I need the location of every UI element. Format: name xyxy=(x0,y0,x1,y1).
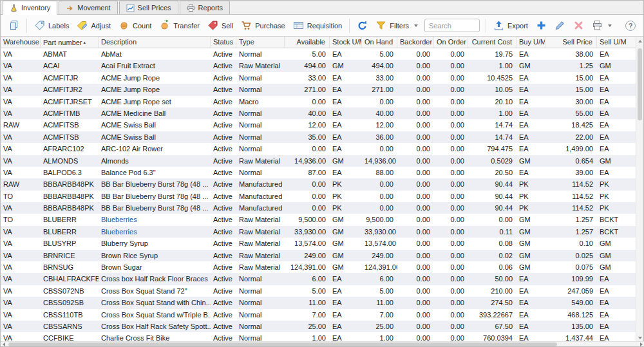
cell-description[interactable]: BB Bar Blueberry Burst 78g (48 ... xyxy=(99,191,211,202)
cell-status[interactable]: Active xyxy=(211,202,236,214)
cell-on_hand[interactable]: 40.00 xyxy=(362,108,397,119)
cell-description[interactable]: ACME Jump Rope xyxy=(99,72,211,84)
table-row[interactable]: VAALMONDSAlmondsActiveRaw Material14,936… xyxy=(1,155,637,167)
cell-description[interactable]: Brown Rice Syrup xyxy=(99,250,211,261)
cell-type[interactable]: Raw Material xyxy=(236,250,285,261)
cell-sell_price[interactable]: 114.52 xyxy=(545,191,597,202)
cell-type[interactable]: Normal xyxy=(236,48,285,60)
cell-available[interactable]: 6.00 xyxy=(285,273,330,285)
cell-description[interactable]: Almonds xyxy=(99,155,211,167)
cell-on_hand[interactable]: 494.00 xyxy=(362,60,397,71)
table-row[interactable]: VACBSSARNSCross Box Half Rack Safety Spo… xyxy=(1,321,637,332)
cell-buy_um[interactable]: PK xyxy=(516,191,545,202)
cell-current_cost[interactable]: 20.50 xyxy=(468,167,516,178)
cell-buy_um[interactable]: EA xyxy=(516,48,545,60)
table-row[interactable]: VABRNSUGBrown SugarActiveRaw Material124… xyxy=(1,261,637,273)
cell-backorder[interactable]: 0.00 xyxy=(397,96,434,108)
cell-description[interactable]: ARC-102 Air Rower xyxy=(99,143,211,155)
search-input[interactable] xyxy=(424,19,480,32)
cell-backorder[interactable]: 0.00 xyxy=(397,309,434,321)
cell-on_hand[interactable]: 25.00 xyxy=(362,321,397,332)
table-row[interactable]: VAABMATAbMatActiveNormal5.00EA5.000.000.… xyxy=(1,48,637,60)
cell-buy_um[interactable]: EA xyxy=(516,72,545,84)
cell-on_order[interactable]: 0.00 xyxy=(434,143,468,155)
cell-part_number[interactable]: CBSS110TB xyxy=(41,309,99,321)
transfer-button[interactable]: Transfer xyxy=(155,17,204,33)
cell-type[interactable]: Raw Material xyxy=(236,226,285,238)
table-row[interactable]: VACBSS092SBCross Box Squat Stand with Ch… xyxy=(1,297,637,308)
cell-status[interactable]: Active xyxy=(211,238,236,249)
cell-type[interactable]: Normal xyxy=(236,143,285,155)
cell-available[interactable]: 5.00 xyxy=(285,285,330,297)
cell-on_order[interactable]: 0.00 xyxy=(434,48,468,60)
print-button[interactable] xyxy=(588,17,616,33)
cell-current_cost[interactable]: 20.10 xyxy=(468,96,516,108)
cell-sell_um[interactable]: EA xyxy=(597,297,637,308)
table-row[interactable]: VABBBARBB48PKBB Bar Blueberry Burst 78g … xyxy=(1,202,637,214)
scroll-left-arrow-icon[interactable] xyxy=(3,342,5,346)
table-row[interactable]: VABALPOD6.3Balance Pod 6.3"ActiveNormal8… xyxy=(1,167,637,178)
cell-backorder[interactable]: 0.00 xyxy=(397,321,434,332)
cell-status[interactable]: Active xyxy=(211,155,236,167)
cell-type[interactable]: Normal xyxy=(236,297,285,308)
column-header-type[interactable]: Type xyxy=(236,37,285,48)
cell-on_order[interactable]: 0.00 xyxy=(434,285,468,297)
cell-sell_um[interactable]: BCKT xyxy=(597,226,637,238)
cell-on_order[interactable]: 0.00 xyxy=(434,226,468,238)
labels-button[interactable]: Labels xyxy=(30,17,73,33)
cell-on_hand[interactable]: 5.00 xyxy=(362,48,397,60)
cell-on_order[interactable]: 0.00 xyxy=(434,84,468,95)
cell-backorder[interactable]: 0.00 xyxy=(397,155,434,167)
cell-warehouse[interactable]: VA xyxy=(1,273,41,285)
cell-warehouse[interactable]: VA xyxy=(1,202,41,214)
table-row[interactable]: VAACMFITMBACME Medicine BallActiveNormal… xyxy=(1,108,637,119)
cell-status[interactable]: Active xyxy=(211,178,236,190)
cell-buy_um[interactable]: EA xyxy=(516,321,545,332)
cell-current_cost[interactable]: 0.5029 xyxy=(468,155,516,167)
cell-stock_um[interactable]: GM xyxy=(330,250,362,261)
cell-part_number[interactable]: BLUBERR xyxy=(41,214,99,225)
cell-sell_price[interactable]: 0.654 xyxy=(545,155,597,167)
cell-description[interactable]: ACME Swiss Ball xyxy=(99,131,211,143)
vertical-scrollbar[interactable] xyxy=(636,37,643,342)
cell-on_hand[interactable]: 33.00 xyxy=(362,72,397,84)
cell-sell_price[interactable]: 1,499.00 xyxy=(545,143,597,155)
cell-status[interactable]: Active xyxy=(211,167,236,178)
table-row[interactable]: TOBLUBERRBlueberriesActiveRaw Material9,… xyxy=(1,214,637,225)
cell-buy_um[interactable]: EA xyxy=(516,84,545,95)
cell-available[interactable]: 0.00 xyxy=(285,96,330,108)
cell-available[interactable]: 40.00 xyxy=(285,108,330,119)
cell-sell_price[interactable]: 15.00 xyxy=(545,72,597,84)
cell-backorder[interactable]: 0.00 xyxy=(397,108,434,119)
cell-sell_um[interactable]: EA xyxy=(597,96,637,108)
cell-stock_um[interactable]: EA xyxy=(330,297,362,308)
cell-warehouse[interactable]: VA xyxy=(1,309,41,321)
cell-buy_um[interactable]: GM xyxy=(516,261,545,273)
cell-stock_um[interactable]: EA xyxy=(330,273,362,285)
cell-description[interactable]: ACME Swiss Ball xyxy=(99,119,211,131)
cell-on_order[interactable]: 0.00 xyxy=(434,131,468,143)
cell-current_cost[interactable]: 274.50 xyxy=(468,297,516,308)
cell-current_cost[interactable]: 0.08 xyxy=(468,238,516,249)
add-button[interactable] xyxy=(532,17,551,33)
cell-sell_price[interactable]: 18.425 xyxy=(545,119,597,131)
cell-sell_um[interactable]: EA xyxy=(597,131,637,143)
cell-part_number[interactable]: BBBARBB48PK xyxy=(41,191,99,202)
table-row[interactable]: VABLUSYRPBluberry SyrupActiveRaw Materia… xyxy=(1,238,637,249)
cell-stock_um[interactable]: EA xyxy=(330,84,362,95)
cell-stock_um[interactable]: GM xyxy=(330,214,362,225)
cell-status[interactable]: Active xyxy=(211,108,236,119)
cell-status[interactable]: Active xyxy=(211,309,236,321)
cell-current_cost[interactable]: 0.00 xyxy=(468,214,516,225)
cell-stock_um[interactable]: EA xyxy=(330,167,362,178)
cell-sell_um[interactable]: EA xyxy=(597,309,637,321)
cell-backorder[interactable]: 0.00 xyxy=(397,261,434,273)
cell-available[interactable]: 5.00 xyxy=(285,48,330,60)
cell-warehouse[interactable]: TO xyxy=(1,191,41,202)
cell-status[interactable]: Active xyxy=(211,131,236,143)
cell-stock_um[interactable]: PK xyxy=(330,178,362,190)
cell-stock_um[interactable]: EA xyxy=(330,48,362,60)
table-row[interactable]: VAACMFITJRACME Jump RopeActiveNormal33.0… xyxy=(1,72,637,84)
cell-backorder[interactable]: 0.00 xyxy=(397,214,434,225)
cell-status[interactable]: Active xyxy=(211,72,236,84)
